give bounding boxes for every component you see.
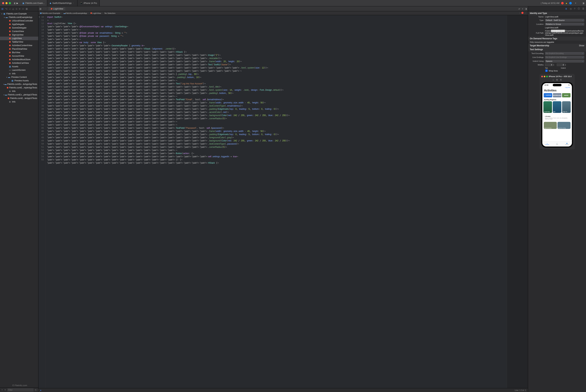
- activity-status-icon[interactable]: [569, 2, 572, 4]
- navigator-filter-input[interactable]: [7, 388, 34, 392]
- tree-uitests-info[interactable]: ≣Info: [0, 100, 38, 104]
- location-select[interactable]: Relative to Group⌄: [545, 23, 584, 26]
- tree-uitests-group[interactable]: ▾▬FileInfo.comEx...pleAppUITests: [0, 93, 38, 96]
- home-icon[interactable]: ⌂: [552, 78, 554, 81]
- jump-bar[interactable]: ▣ FileInfo.com Example〉 ▬ FileInfo.comEx…: [38, 11, 528, 15]
- forward-button[interactable]: 〉: [45, 7, 47, 10]
- adjust-icon[interactable]: ⇄: [518, 8, 520, 10]
- indent-width-stepper[interactable]: ▲▼: [557, 64, 566, 66]
- run-button-icon[interactable]: ▶: [16, 2, 18, 4]
- error-status-icon[interactable]: [561, 2, 564, 4]
- encoding-select[interactable]: No Explicit Encoding⌄: [545, 52, 584, 55]
- chip-snowboard[interactable]: SNOWBOARD: [553, 93, 561, 98]
- tree-swift-file[interactable]: ⬢AccountView: [0, 54, 38, 58]
- breakpoint-icon[interactable]: ⎊: [19, 8, 20, 10]
- target-show-button[interactable]: Show: [579, 44, 584, 47]
- back-button[interactable]: 〈: [42, 7, 44, 10]
- tree-tests-group[interactable]: ▾▬FileInfo.comEx...leAppAppTests: [0, 82, 38, 86]
- tab-width-stepper[interactable]: ▲▼: [545, 64, 554, 66]
- inspector-toggle-icon[interactable]: ◨: [582, 2, 584, 4]
- window-tab-device[interactable]: 📱 iPhone 14 Pro: [78, 0, 100, 6]
- tree-swift-file[interactable]: ⬢SceneDelegate: [0, 26, 38, 30]
- folder-icon[interactable]: ▤: [2, 8, 3, 10]
- tree-swift-file[interactable]: ⬢ActivitiesCartView: [0, 61, 38, 65]
- indent-select[interactable]: Spaces⌄: [545, 60, 584, 62]
- tree-swift-file[interactable]: ⬢BlurView: [0, 51, 38, 54]
- tree-swift-file[interactable]: ⬢LogInView: [0, 37, 38, 40]
- inspector-selector-bar[interactable]: 🗎 ◷ ? ⓘ ☰: [528, 6, 586, 11]
- prev-icon[interactable]: 〈: [518, 12, 520, 14]
- tree-swift-file[interactable]: ⬢ActivitiesContentView: [0, 44, 38, 47]
- editor-tab[interactable]: ⬢ LogInView: [48, 7, 65, 10]
- tree-swift-file[interactable]: ⬢PlaceDetailView: [0, 47, 38, 51]
- tree-swift-file[interactable]: ⬢ActivitiesMockStore: [0, 58, 38, 61]
- lifestyle-card[interactable]: Lifestyle Explore, Fashion, Food, music,…: [544, 114, 570, 121]
- tree-group[interactable]: ▾▬FileInfo.comExampleApp: [0, 16, 38, 19]
- region-card[interactable]: Costa Rica: [544, 101, 552, 113]
- phone-tab-cart[interactable]: 🛒Cart: [552, 142, 562, 146]
- wide-card[interactable]: Travel for a living: [558, 122, 570, 129]
- phone-tab-activities[interactable]: ▲Activities: [542, 142, 552, 146]
- tree-swift-file[interactable]: ⬢UIScrollViewController: [0, 19, 38, 22]
- wrap-lines-checkbox[interactable]: ✓Wrap lines: [528, 70, 586, 72]
- tree-info[interactable]: ≣Info: [0, 72, 38, 75]
- code-editor[interactable]: import SwiftUI¬ ¬ struct LogInView: View…: [46, 15, 507, 388]
- error-dot-icon[interactable]: [522, 12, 524, 14]
- lineendings-select[interactable]: No Explicit Line Endings⌄: [545, 56, 584, 59]
- tree-swift-file[interactable]: ⬢AppDelegate: [0, 22, 38, 26]
- navigator-selector-bar[interactable]: ▤ ⌥ ⌕ △ ◇ ⎊ ▭ ▥: [0, 6, 38, 11]
- tree-uitests-file[interactable]: ⬢FileInfo.comE...leAppUITests: [0, 96, 38, 100]
- tag-icon[interactable]: ◇: [16, 8, 17, 10]
- chip-hiking[interactable]: HIKING: [562, 93, 570, 98]
- debug-icon[interactable]: ▭: [22, 8, 24, 10]
- zoom-dot[interactable]: [9, 2, 11, 4]
- attributes-inspector-icon[interactable]: ⓘ: [578, 7, 580, 10]
- sim-traffic-lights[interactable]: [541, 76, 548, 77]
- add-icon[interactable]: ＋: [1, 388, 3, 391]
- filter-icon[interactable]: ⚛: [4, 389, 6, 391]
- file-name-field[interactable]: LogInView.swift: [545, 16, 584, 18]
- tree-tests-file[interactable]: ⬢FileInfo.comE...mpleAppTests: [0, 86, 38, 90]
- sidebar-toggle-icon[interactable]: ◧: [13, 2, 16, 4]
- report-icon[interactable]: ▥: [26, 8, 28, 10]
- type-select[interactable]: Default - Swift Source⌄: [545, 19, 584, 22]
- tree-tests-info[interactable]: ≣Info: [0, 90, 38, 93]
- related-icon[interactable]: ▦: [40, 8, 42, 10]
- next-icon[interactable]: 〉: [524, 12, 526, 14]
- minimap[interactable]: [507, 15, 528, 388]
- region-card[interactable]: Bali: [553, 101, 561, 113]
- phone-screen[interactable]: 10:56••• Log Out Activities ✓ SURFING SN…: [542, 83, 572, 146]
- chip-surfing[interactable]: ✓ SURFING: [544, 93, 552, 98]
- source-control-icon[interactable]: ⌥: [5, 8, 8, 10]
- help-inspector-icon[interactable]: ?: [574, 8, 575, 10]
- logout-link[interactable]: Log Out: [542, 86, 572, 88]
- navigator-filter-bar[interactable]: ＋ ⚛ ◷ ▭: [0, 388, 38, 392]
- wide-card[interactable]: Yoga for Surfers: [544, 122, 557, 129]
- file-tree[interactable]: ▾▣FileInfo.com Example ▾▬FileInfo.comExa…: [0, 11, 38, 388]
- warning-status-icon[interactable]: ▲: [566, 2, 568, 4]
- history-inspector-icon[interactable]: ◷: [570, 8, 572, 10]
- phone-tab-account[interactable]: 👤Account: [562, 142, 572, 146]
- file-inspector-icon[interactable]: 🗎: [565, 8, 567, 10]
- tree-preview-assets[interactable]: ▦Preview Assets: [0, 79, 38, 82]
- tree-swift-file[interactable]: ⬢SignUpView: [0, 33, 38, 37]
- window-tab-project[interactable]: ▣ FileInfo.com Exam...: [20, 0, 47, 6]
- clipboard-icon[interactable]: ⎘: [560, 78, 562, 81]
- phone-tabbar[interactable]: ▲Activities 🛒Cart 👤Account: [542, 141, 572, 146]
- window-traffic-lights[interactable]: [0, 2, 13, 4]
- symbol-icon[interactable]: ⌕: [9, 8, 10, 10]
- tree-swift-file[interactable]: ⬢TabBarView: [0, 40, 38, 44]
- region-card[interactable]: Cape To: [562, 101, 571, 113]
- screenshot-icon[interactable]: ⧉: [556, 78, 558, 81]
- issues-icon[interactable]: △: [12, 8, 14, 10]
- window-tab-scheme[interactable]: ◆ SwiftUIStarterKitApp 〉: [47, 0, 77, 6]
- lines-icon[interactable]: ≡: [522, 8, 523, 10]
- close-dot[interactable]: [2, 2, 4, 4]
- plus-icon[interactable]: ＋: [574, 2, 577, 4]
- menu-icon[interactable]: ☰: [582, 8, 584, 10]
- clock-icon[interactable]: ◷: [35, 389, 36, 391]
- tree-preview-group[interactable]: ▾▬Preview Content: [0, 75, 38, 79]
- tree-launchscreen[interactable]: ▭LaunchScreen: [0, 68, 38, 72]
- tree-assets[interactable]: ▦Assets: [0, 65, 38, 68]
- tree-root[interactable]: ▾▣FileInfo.com Example: [0, 12, 38, 16]
